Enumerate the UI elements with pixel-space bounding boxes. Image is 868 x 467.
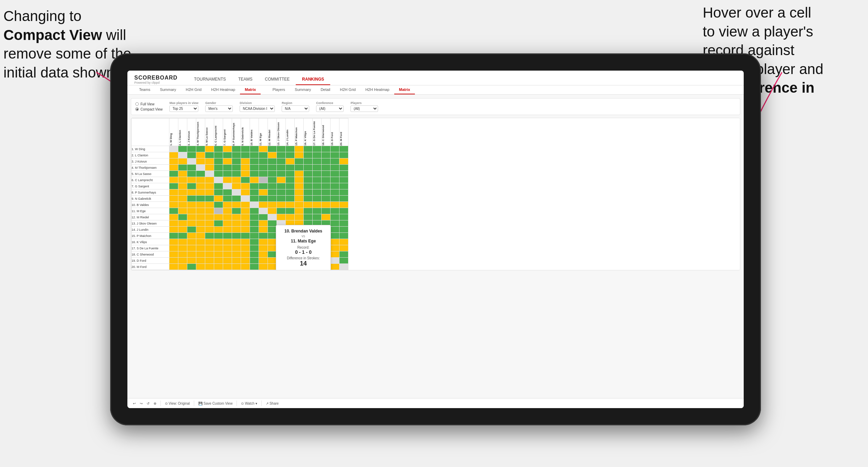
data-cell[interactable] — [196, 208, 205, 214]
data-cell[interactable] — [232, 177, 241, 183]
data-cell[interactable] — [295, 171, 304, 177]
data-cell[interactable] — [223, 214, 232, 220]
data-cell[interactable] — [223, 239, 232, 245]
max-players-select[interactable]: Top 25 — [169, 105, 198, 112]
data-cell[interactable] — [268, 214, 277, 220]
data-cell[interactable] — [313, 196, 322, 202]
data-cell[interactable] — [232, 202, 241, 208]
data-cell[interactable] — [241, 165, 250, 171]
data-cell[interactable] — [169, 258, 178, 264]
data-cell[interactable] — [313, 189, 322, 196]
data-cell[interactable] — [241, 258, 250, 264]
conference-select[interactable]: (All) — [316, 105, 344, 112]
data-cell[interactable] — [322, 171, 331, 177]
data-cell[interactable] — [331, 158, 339, 165]
data-cell[interactable] — [214, 177, 223, 183]
data-cell[interactable] — [259, 196, 268, 202]
data-cell[interactable] — [169, 189, 178, 196]
data-cell[interactable] — [196, 227, 205, 233]
data-cell[interactable] — [268, 227, 277, 233]
data-cell[interactable] — [331, 233, 339, 239]
data-cell[interactable] — [214, 245, 223, 251]
sub-tab-matrix[interactable]: Matrix — [240, 85, 261, 94]
data-cell[interactable] — [259, 165, 268, 171]
data-cell[interactable] — [286, 177, 295, 183]
data-cell[interactable] — [268, 264, 277, 270]
data-cell[interactable] — [331, 251, 339, 258]
data-cell[interactable] — [259, 220, 268, 227]
data-cell[interactable] — [214, 239, 223, 245]
data-cell[interactable] — [178, 146, 187, 152]
data-cell[interactable] — [339, 202, 348, 208]
data-cell[interactable] — [241, 183, 250, 189]
sub-tab-matrix2[interactable]: Matrix — [394, 85, 415, 94]
data-cell[interactable] — [214, 264, 223, 270]
watch-btn[interactable]: ⊙ Watch ▾ — [241, 402, 257, 405]
data-cell[interactable] — [241, 239, 250, 245]
data-cell[interactable] — [169, 171, 178, 177]
data-cell[interactable] — [277, 177, 286, 183]
data-cell[interactable] — [187, 196, 196, 202]
data-cell[interactable] — [241, 208, 250, 214]
data-cell[interactable] — [322, 146, 331, 152]
data-cell[interactable] — [232, 146, 241, 152]
data-cell[interactable] — [241, 245, 250, 251]
data-cell[interactable] — [214, 158, 223, 165]
data-cell[interactable] — [259, 158, 268, 165]
data-cell[interactable] — [169, 233, 178, 239]
full-view-label[interactable]: Full View — [135, 102, 163, 106]
data-cell[interactable] — [250, 220, 259, 227]
data-cell[interactable] — [322, 165, 331, 171]
data-cell[interactable] — [259, 183, 268, 189]
data-cell[interactable] — [268, 251, 277, 258]
data-cell[interactable] — [205, 202, 214, 208]
data-cell[interactable] — [232, 251, 241, 258]
data-cell[interactable] — [232, 264, 241, 270]
data-cell[interactable] — [339, 177, 348, 183]
data-cell[interactable] — [268, 233, 277, 239]
data-cell[interactable] — [169, 239, 178, 245]
data-cell[interactable] — [178, 251, 187, 258]
data-cell[interactable] — [331, 183, 339, 189]
data-cell[interactable] — [339, 251, 348, 258]
data-cell[interactable] — [331, 208, 339, 214]
data-cell[interactable] — [196, 189, 205, 196]
data-cell[interactable] — [169, 158, 178, 165]
compact-view-radio[interactable] — [135, 107, 139, 111]
data-cell[interactable] — [223, 258, 232, 264]
data-cell[interactable] — [339, 258, 348, 264]
data-cell[interactable] — [313, 177, 322, 183]
data-cell[interactable] — [241, 251, 250, 258]
data-cell[interactable] — [259, 233, 268, 239]
data-cell[interactable] — [277, 152, 286, 158]
data-cell[interactable] — [286, 214, 295, 220]
data-cell[interactable] — [286, 165, 295, 171]
nav-tournaments[interactable]: TOURNAMENTS — [188, 74, 232, 85]
data-cell[interactable] — [313, 152, 322, 158]
data-cell[interactable] — [313, 146, 322, 152]
nav-committee[interactable]: COMMITTEE — [259, 74, 296, 85]
data-cell[interactable] — [339, 165, 348, 171]
data-cell[interactable] — [241, 202, 250, 208]
data-cell[interactable] — [277, 158, 286, 165]
data-cell[interactable] — [196, 214, 205, 220]
data-cell[interactable] — [196, 233, 205, 239]
data-cell[interactable] — [205, 146, 214, 152]
data-cell[interactable] — [223, 227, 232, 233]
data-cell[interactable] — [232, 220, 241, 227]
sub-tab-h2h-heatmap2[interactable]: H2H Heatmap — [360, 85, 394, 94]
data-cell[interactable] — [250, 227, 259, 233]
data-cell[interactable] — [196, 202, 205, 208]
data-cell[interactable] — [223, 196, 232, 202]
data-cell[interactable] — [259, 258, 268, 264]
data-cell[interactable] — [223, 183, 232, 189]
data-cell[interactable] — [322, 189, 331, 196]
data-cell[interactable] — [286, 158, 295, 165]
data-cell[interactable] — [169, 214, 178, 220]
data-cell[interactable] — [313, 158, 322, 165]
data-cell[interactable] — [187, 258, 196, 264]
data-cell[interactable] — [169, 208, 178, 214]
data-cell[interactable] — [295, 208, 304, 214]
data-cell[interactable] — [331, 239, 339, 245]
data-cell[interactable] — [196, 171, 205, 177]
